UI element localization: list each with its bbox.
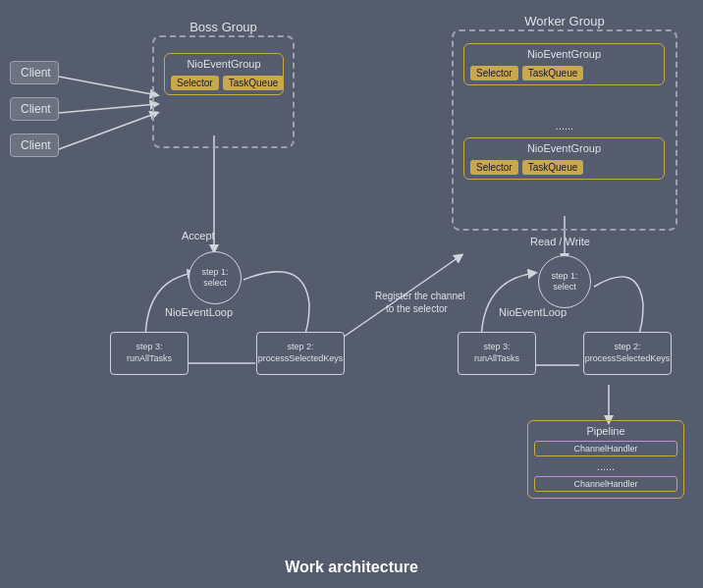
worker-neg1-row: Selector TaskQueue bbox=[464, 62, 664, 84]
page-title: Work architecture bbox=[285, 559, 418, 576]
worker-neg1-selector: Selector bbox=[470, 66, 518, 80]
boss-step1-circle: step 1: select bbox=[189, 251, 242, 304]
worker-group-container: Worker Group NioEventGroup Selector Task… bbox=[452, 29, 677, 231]
boss-step2-line2: processSelectedKeys bbox=[258, 353, 344, 365]
boss-step3-line1: step 3: bbox=[135, 342, 162, 353]
boss-nio-inner-row: Selector TaskQueue bbox=[165, 72, 283, 94]
svg-line-2 bbox=[59, 113, 157, 149]
boss-event-loop-label: NioEventLoop bbox=[165, 306, 233, 318]
boss-group-container: Boss Group NioEventGroup Selector TaskQu… bbox=[152, 35, 295, 148]
boss-step3-line2: runAllTasks bbox=[127, 353, 172, 365]
worker-nio-event-group-1: NioEventGroup Selector TaskQueue bbox=[463, 43, 665, 85]
worker-neg2-selector: Selector bbox=[470, 160, 518, 175]
boss-group-label: Boss Group bbox=[189, 20, 257, 34]
svg-line-0 bbox=[59, 77, 157, 95]
main-container: Client Client Client Boss Group NioEvent… bbox=[0, 0, 703, 588]
worker-step1-line2: select bbox=[553, 282, 576, 293]
register-channel-label: Register the channel bbox=[375, 291, 465, 301]
boss-taskqueue-tag: TaskQueue bbox=[223, 76, 285, 90]
worker-step3-line1: step 3: bbox=[483, 342, 510, 353]
svg-line-1 bbox=[59, 104, 157, 113]
client-box-2: Client bbox=[10, 97, 59, 121]
worker-neg2-row: Selector TaskQueue bbox=[464, 156, 664, 179]
worker-step3-rect: step 3: runAllTasks bbox=[458, 332, 536, 375]
pipeline-label: Pipeline bbox=[528, 421, 683, 439]
worker-neg2-taskqueue: TaskQueue bbox=[522, 160, 584, 175]
client-box-1: Client bbox=[10, 61, 59, 84]
boss-step2-rect: step 2: processSelectedKeys bbox=[256, 332, 345, 375]
worker-nio-event-group-2: NioEventGroup Selector TaskQueue bbox=[463, 137, 665, 180]
worker-neg1-label: NioEventGroup bbox=[464, 44, 664, 62]
worker-step1-line1: step 1: bbox=[551, 271, 577, 282]
boss-step1-line1: step 1: bbox=[201, 267, 228, 278]
worker-event-loop-label: NioEventLoop bbox=[499, 306, 567, 318]
worker-step2-line2: processSelectedKeys bbox=[585, 353, 671, 365]
to-selector-label: to the selector bbox=[386, 303, 448, 314]
boss-nio-event-group-label: NioEventGroup bbox=[165, 54, 283, 72]
pipeline-dots: ...... bbox=[528, 458, 683, 474]
boss-step1-line2: select bbox=[203, 278, 227, 289]
accept-label: Accept bbox=[182, 230, 215, 241]
boss-step2-line1: step 2: bbox=[287, 342, 313, 353]
channel-handler-2: ChannelHandler bbox=[534, 476, 677, 492]
pipeline-box: Pipeline ChannelHandler ...... ChannelHa… bbox=[527, 420, 684, 499]
channel-handler-1: ChannelHandler bbox=[534, 441, 677, 456]
worker-step3-line2: runAllTasks bbox=[474, 353, 519, 365]
worker-step2-rect: step 2: processSelectedKeys bbox=[583, 332, 672, 375]
worker-step2-line1: step 2: bbox=[614, 342, 640, 353]
worker-group-label: Worker Group bbox=[524, 14, 604, 28]
read-write-label: Read / Write bbox=[530, 236, 590, 247]
worker-group-dots: ...... bbox=[454, 120, 676, 132]
boss-step3-rect: step 3: runAllTasks bbox=[110, 332, 189, 375]
worker-neg2-label: NioEventGroup bbox=[464, 138, 664, 156]
worker-neg1-taskqueue: TaskQueue bbox=[522, 66, 584, 80]
boss-selector-tag: Selector bbox=[171, 76, 219, 90]
boss-nio-event-group: NioEventGroup Selector TaskQueue bbox=[164, 53, 284, 95]
worker-step1-circle: step 1: select bbox=[538, 255, 591, 308]
client-box-3: Client bbox=[10, 134, 59, 157]
